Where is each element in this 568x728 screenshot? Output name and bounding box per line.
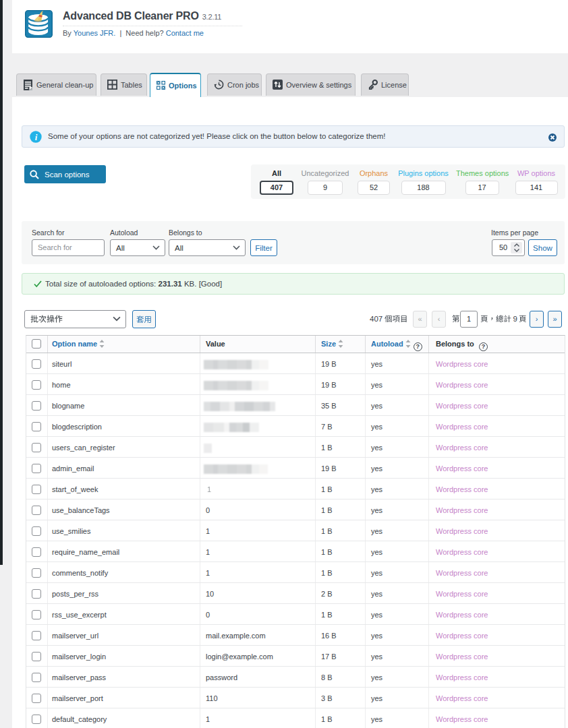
svg-text:i: i [35, 132, 38, 142]
